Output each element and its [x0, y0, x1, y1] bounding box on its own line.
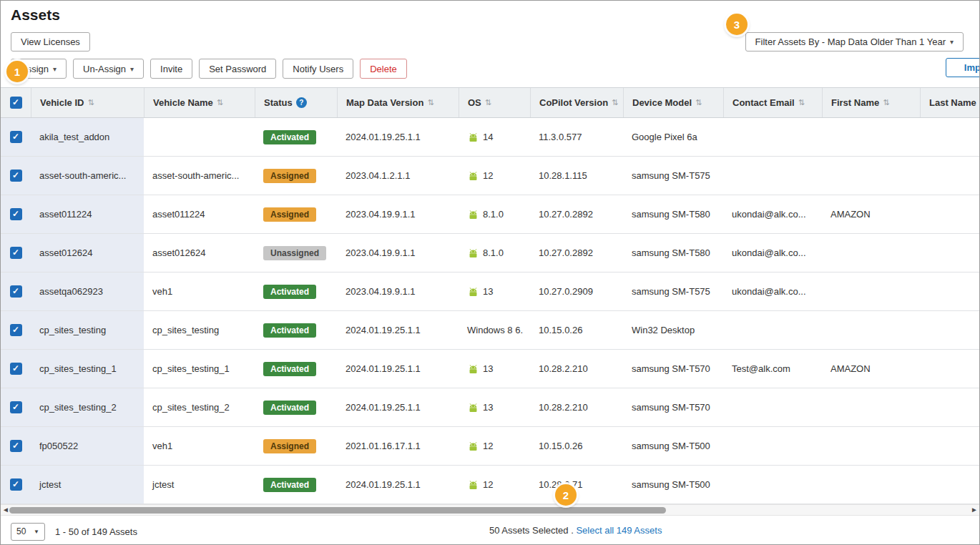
vehicle-id-text: cp_sites_testing_1	[39, 363, 117, 374]
row-checkbox[interactable]: ✓	[10, 131, 22, 143]
sort-icon[interactable]: ⇅	[485, 98, 491, 107]
contact-email-text: ukondai@alk.co...	[732, 247, 806, 258]
device-model-text: Google Pixel 6a	[632, 132, 697, 142]
cell-status: Assigned	[255, 427, 337, 465]
import-button[interactable]: Import	[946, 58, 980, 77]
cell-os: 8.1.0	[459, 234, 530, 272]
vehicle-name-text: cp_sites_testing_2	[152, 402, 230, 413]
cell-last-name	[920, 350, 979, 388]
scrollbar-thumb[interactable]	[9, 507, 666, 514]
sort-icon[interactable]: ⇅	[427, 98, 433, 107]
horizontal-scrollbar[interactable]: ◄ ►	[1, 504, 979, 516]
invite-button[interactable]: Invite	[150, 59, 192, 79]
column-label: Map Data Version	[346, 97, 423, 108]
column-header-status[interactable]: Status ?	[255, 88, 337, 117]
set-password-label: Set Password	[209, 64, 266, 74]
unassign-label: Un-Assign	[83, 64, 126, 74]
column-header-vehicle-id[interactable]: Vehicle ID ⇅	[31, 88, 144, 117]
cell-copilot-version: 10.28.2.210	[530, 350, 623, 388]
cell-last-name	[920, 118, 979, 156]
device-model-text: samsung SM-T580	[632, 247, 710, 258]
column-header-last-name[interactable]: Last Name ⇅	[920, 88, 979, 117]
footer: 50 ▼ 1 - 50 of 149 Assets 50 Assets Sele…	[1, 516, 979, 545]
column-header-vehicle-name[interactable]: Vehicle Name ⇅	[144, 88, 255, 117]
row-checkbox[interactable]: ✓	[10, 440, 22, 452]
device-model-text: samsung SM-T575	[632, 170, 710, 181]
view-licenses-button[interactable]: View Licenses	[11, 32, 90, 51]
vehicle-id-text: fp050522	[39, 441, 78, 451]
row-checkbox[interactable]: ✓	[10, 208, 22, 220]
cell-vehicle-name: asset-south-americ...	[144, 157, 255, 195]
cell-copilot-version: 10.15.0.26	[530, 427, 623, 465]
delete-button[interactable]: Delete	[360, 59, 407, 79]
copilot-version-text: 10.27.0.2909	[539, 286, 593, 297]
cell-contact-email	[723, 388, 822, 426]
page-size-select[interactable]: 50 ▼	[11, 523, 45, 541]
cell-status: Activated	[255, 466, 337, 504]
help-icon[interactable]: ?	[296, 97, 307, 108]
map-data-version-text: 2023.04.1.2.1.1	[346, 170, 410, 181]
row-checkbox[interactable]: ✓	[10, 324, 22, 336]
row-checkbox[interactable]: ✓	[10, 170, 22, 182]
column-header-contact-email[interactable]: Contact Email ⇅	[723, 88, 822, 117]
vehicle-id-text: jctest	[39, 479, 61, 490]
cell-status: Activated	[255, 350, 337, 388]
table-row: ✓ akila_test_addon Activated 2024.01.19.…	[1, 118, 979, 157]
column-header-map-data-version[interactable]: Map Data Version ⇅	[337, 88, 459, 117]
sort-icon[interactable]: ⇅	[612, 98, 618, 107]
table-header: ✓ Vehicle ID ⇅ Vehicle Name ⇅ Status ? M…	[1, 87, 979, 118]
cell-vehicle-id: jctest	[31, 466, 144, 504]
os-text: 13	[483, 286, 493, 297]
contact-email-text: ukondai@alk.co...	[732, 209, 806, 220]
cell-device-model: samsung SM-T580	[623, 234, 723, 272]
unassign-dropdown[interactable]: Un-Assign ▾	[73, 59, 144, 79]
chevron-down-icon: ▾	[130, 65, 134, 73]
os-text: 13	[483, 363, 493, 374]
cell-device-model: samsung SM-T500	[623, 427, 723, 465]
cell-os: Windows 8 6.	[459, 311, 530, 349]
column-header-device-model[interactable]: Device Model ⇅	[623, 88, 723, 117]
sort-icon[interactable]: ⇅	[87, 98, 94, 107]
cell-map-data-version: 2023.04.19.9.1.1	[337, 195, 459, 233]
sort-icon[interactable]: ⇅	[798, 98, 805, 107]
cell-vehicle-name: asset011224	[144, 195, 255, 233]
cell-vehicle-id: cp_sites_testing_1	[31, 350, 144, 388]
sort-icon[interactable]: ⇅	[695, 98, 702, 107]
android-icon	[467, 480, 479, 490]
cell-device-model: Win32 Desktop	[623, 311, 723, 349]
select-all-link[interactable]: Select all 149 Assets	[576, 525, 662, 536]
row-checkbox[interactable]: ✓	[10, 478, 22, 491]
row-checkbox-cell: ✓	[1, 311, 31, 349]
sort-icon[interactable]: ⇅	[217, 98, 223, 107]
set-password-button[interactable]: Set Password	[199, 59, 276, 79]
map-data-version-text: 2024.01.19.25.1.1	[346, 363, 421, 374]
row-checkbox-cell: ✓	[1, 272, 31, 310]
notify-users-button[interactable]: Notify Users	[283, 59, 353, 79]
sort-icon[interactable]: ⇅	[883, 98, 889, 107]
map-data-version-text: 2024.01.19.25.1.1	[346, 132, 421, 142]
cell-vehicle-id: akila_test_addon	[31, 118, 144, 156]
filter-assets-dropdown[interactable]: Filter Assets By - Map Data Older Than 1…	[745, 32, 964, 51]
row-checkbox[interactable]: ✓	[10, 363, 22, 375]
notify-users-label: Notify Users	[293, 64, 343, 74]
cell-contact-email: Test@alk.com	[723, 350, 822, 388]
map-data-version-text: 2023.04.19.9.1.1	[346, 286, 416, 297]
column-header-first-name[interactable]: First Name ⇅	[822, 88, 920, 117]
row-checkbox[interactable]: ✓	[10, 247, 22, 259]
header-checkbox[interactable]: ✓	[10, 97, 22, 109]
column-header-os[interactable]: OS ⇅	[459, 88, 530, 117]
os-text: 14	[483, 132, 493, 142]
cell-first-name	[822, 388, 920, 426]
status-badge: Activated	[263, 478, 316, 492]
cell-map-data-version: 2024.01.19.25.1.1	[337, 118, 459, 156]
copilot-version-text: 10.28.1.115	[539, 170, 587, 181]
os-text: 13	[483, 402, 493, 413]
cell-copilot-version: 10.15.0.26	[530, 311, 623, 349]
row-checkbox[interactable]: ✓	[10, 401, 22, 413]
row-checkbox[interactable]: ✓	[10, 285, 22, 298]
column-header-copilot-version[interactable]: CoPilot Version ⇅	[530, 88, 623, 117]
scroll-right-arrow-icon[interactable]: ►	[971, 506, 978, 514]
table-row: ✓ cp_sites_testing_1 cp_sites_testing_1 …	[1, 350, 979, 388]
cell-os: 13	[459, 350, 530, 388]
scroll-left-arrow-icon[interactable]: ◄	[2, 506, 9, 514]
